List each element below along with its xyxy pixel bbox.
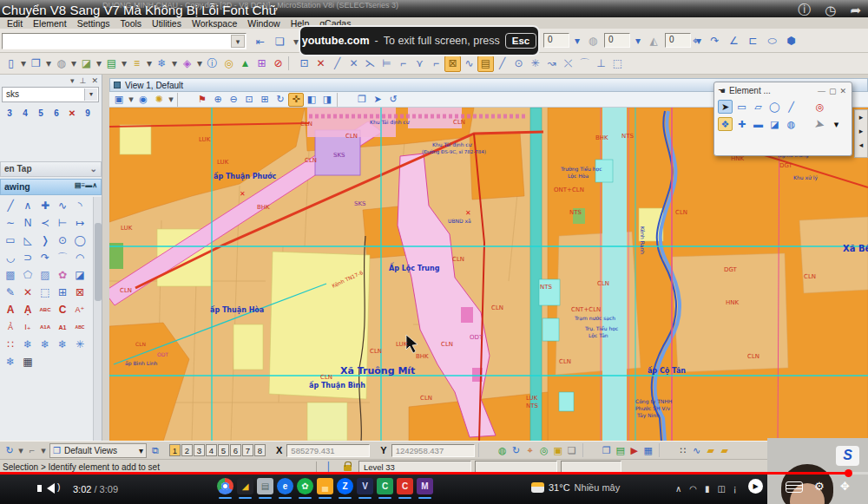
circle-icon[interactable]: ◯ — [71, 232, 89, 249]
menu-utilities[interactable]: Utilities — [147, 18, 187, 29]
edit-text-icon[interactable]: Ạ — [19, 301, 36, 318]
section-tap-header[interactable]: en Tap ⌄ — [0, 161, 102, 177]
shape-icon[interactable]: ◺ — [19, 232, 36, 249]
redo-icon[interactable]: ↻ — [3, 443, 16, 457]
branch-icon[interactable]: ⋎ — [411, 56, 428, 72]
caret-icon[interactable]: ▾ — [69, 56, 78, 72]
menu-workspace[interactable]: Workspace — [187, 18, 242, 29]
smartline-icon[interactable]: ∧ — [19, 197, 36, 214]
database-icon[interactable]: ▤ — [103, 56, 120, 72]
zoom-out-icon[interactable]: ⊖ — [226, 93, 241, 107]
app-m-purple[interactable]: M — [417, 478, 433, 494]
text-attr-icon[interactable]: Ả — [2, 318, 19, 336]
app-v-dark[interactable]: V — [357, 478, 373, 494]
text-line-icon[interactable]: I₊ — [19, 318, 36, 336]
keyin-send-icon[interactable]: ⇤ — [252, 33, 268, 49]
view-next-icon[interactable]: ◨ — [319, 93, 335, 107]
zoom-in-icon[interactable]: ⊕ — [210, 93, 226, 107]
model-view-icon[interactable]: ▲ — [237, 56, 253, 72]
app-explorer[interactable]: ▄ — [317, 478, 333, 494]
select-rectangle-icon[interactable]: ▭ — [734, 100, 749, 114]
menu-element[interactable]: Element — [28, 18, 72, 29]
app-zalo[interactable]: Z — [337, 478, 353, 494]
parallel-icon[interactable]: ⊨ — [378, 56, 395, 72]
app-blue-swirl[interactable]: e — [277, 478, 293, 494]
panel-menu-icon[interactable]: ▾ — [70, 76, 75, 85]
keyin-browse-icon[interactable]: ❏ — [272, 33, 288, 49]
geo-locate-icon[interactable]: ⌖ — [523, 443, 537, 457]
select-all-icon[interactable]: ❖ — [718, 117, 733, 131]
curve-icon[interactable]: ∿ — [54, 197, 71, 214]
rotate-view-icon[interactable]: ↻ — [273, 93, 288, 107]
cell-snow2-icon[interactable]: ❄ — [36, 336, 54, 353]
origin-snap-icon[interactable]: ⬚ — [609, 56, 626, 72]
chevron-down-icon[interactable]: ▾ — [231, 35, 245, 48]
view-toggle-5[interactable]: 5 — [218, 444, 229, 456]
delete-pattern-icon[interactable]: ✕ — [19, 284, 36, 301]
fill-icon[interactable]: ◪ — [71, 266, 89, 284]
perp-snap-icon[interactable]: ⊥ — [593, 56, 609, 72]
layout-compact-icon[interactable]: ▬ — [85, 181, 92, 189]
exit-fullscreen-icon[interactable]: ✥ — [840, 480, 850, 493]
window-area-icon[interactable]: ⊡ — [241, 93, 257, 107]
conic-icon[interactable]: Ν — [19, 214, 36, 232]
tray-chevron-icon[interactable]: ∧ — [675, 484, 681, 494]
maximize-icon[interactable]: ▢ — [827, 87, 838, 95]
separator[interactable] — [177, 93, 193, 107]
lock-icon[interactable] — [344, 465, 352, 471]
caret-icon[interactable]: ▾ — [16, 443, 25, 457]
select-clear-icon[interactable]: ◍ — [784, 117, 799, 131]
place-text-icon[interactable]: A — [2, 301, 19, 318]
accusnap-toggle-icon[interactable]: ⊠ — [444, 56, 461, 72]
walk-icon[interactable]: ➤ — [370, 93, 385, 107]
menu-tools[interactable]: Tools — [115, 18, 148, 29]
cell-snow4-icon[interactable]: ❄ — [2, 353, 19, 370]
share-icon[interactable]: ➦ — [850, 3, 861, 18]
x-coordinate-field[interactable]: 585279.431 — [286, 444, 370, 457]
caret-icon[interactable]: ▾ — [167, 93, 175, 107]
nearest-snap-icon[interactable]: ╱ — [494, 56, 510, 72]
capture-window-icon[interactable]: ❏ — [565, 443, 579, 457]
measure-length-icon[interactable]: ⊏ — [745, 32, 761, 49]
text-stack-icon[interactable]: A1 — [54, 318, 71, 336]
task-9-icon[interactable]: 9 — [80, 106, 95, 121]
export-video-icon[interactable]: ▶ — [628, 443, 641, 457]
copy-view-icon[interactable]: ❐ — [354, 93, 370, 107]
ellipse-icon[interactable]: ◡ — [2, 249, 19, 266]
default-views-combo[interactable]: ❐ Default Views ▾ — [49, 443, 147, 458]
display-style-icon[interactable]: ◉ — [135, 93, 151, 107]
drawing-section-header[interactable]: awing ▤≡▬∧ — [0, 179, 102, 195]
trim-icon[interactable]: ⋋ — [362, 56, 378, 72]
element-info-icon[interactable]: ⓘ — [204, 56, 220, 72]
cursor-arrow-icon[interactable]: ➤ — [811, 115, 829, 133]
text-dots-icon[interactable]: ∷ — [2, 336, 19, 353]
caret-icon[interactable]: ▾ — [44, 56, 53, 72]
arc2-icon[interactable]: ⌒ — [54, 249, 71, 266]
spell-icon[interactable]: ABC — [36, 301, 54, 318]
app-c-green[interactable]: C — [377, 478, 393, 494]
level-manager-icon[interactable]: ≡ — [128, 56, 145, 72]
cell-a-icon[interactable]: ⬚ — [36, 284, 54, 301]
geo-sync-icon[interactable]: ↻ — [510, 443, 523, 457]
video-progress-bar[interactable] — [0, 472, 868, 475]
caret-icon[interactable]: ▾ — [195, 56, 204, 72]
view-toggle-8[interactable]: 8 — [254, 444, 266, 456]
chevron-down-icon[interactable]: ▾ — [84, 88, 97, 101]
tasks-combo[interactable]: sks ▾ — [2, 87, 99, 102]
caret-icon[interactable]: ▾ — [170, 56, 179, 72]
active-color-field[interactable]: 0 — [604, 33, 630, 48]
level-filter-icon[interactable]: ❄ — [154, 56, 170, 72]
view-toggle-6[interactable]: 6 — [230, 444, 241, 456]
dialog-title-bar[interactable]: ☚ Element ... —▢✕ — [714, 82, 852, 98]
angle-icon[interactable]: ≺ — [36, 214, 54, 232]
measure-angle-icon[interactable]: ∠ — [726, 32, 742, 49]
watch-later-icon[interactable]: ◷ — [825, 3, 836, 18]
task-4-icon[interactable]: 4 — [17, 106, 33, 121]
caret-icon[interactable]: ▾ — [120, 56, 128, 72]
select-line-icon[interactable]: ╱ — [784, 100, 799, 114]
caret-icon[interactable]: ▾ — [95, 56, 103, 72]
pin-icon[interactable]: ⊥ — [80, 76, 87, 85]
pattern-flower-icon[interactable]: ✿ — [54, 266, 71, 284]
menu-settings[interactable]: Settings — [72, 18, 115, 29]
map-canvas[interactable]: ấp Thuận PhướcẤp Lộc Trungấp Thuận HòaXã… — [109, 108, 868, 442]
